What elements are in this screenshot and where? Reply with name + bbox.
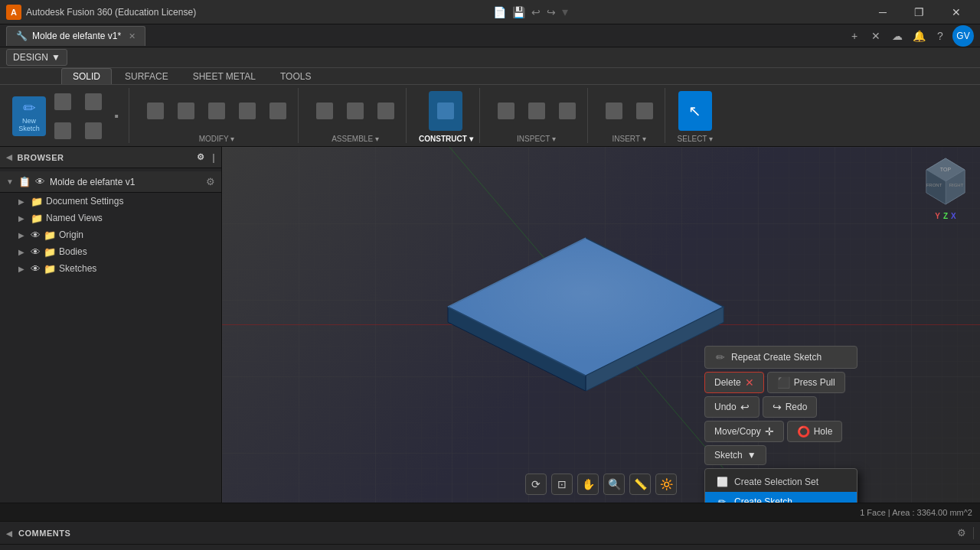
view-cube[interactable]: TOP RIGHT FRONT Y Z X — [919, 155, 972, 216]
select-group-label[interactable]: SELECT ▾ — [678, 135, 714, 143]
modify-btn-2[interactable] — [172, 97, 200, 125]
modify-btn-1[interactable] — [142, 97, 169, 125]
comments-settings-icon[interactable]: ⚙ — [953, 525, 970, 542]
info-bar: 1 Face | Area : 3364.00 mm^2 — [0, 503, 980, 521]
press-pull-button[interactable]: ⬛ Press Pull — [767, 372, 845, 393]
toolbar-area: DESIGN ▼ SOLID SURFACE SHEET METAL TOOLS… — [0, 47, 980, 147]
extrude-btn[interactable] — [49, 88, 77, 116]
pan-icon[interactable]: ✋ — [577, 474, 599, 495]
inspect-group-label[interactable]: INSPECT ▾ — [517, 135, 556, 143]
display-settings-icon[interactable]: 🔆 — [655, 474, 677, 495]
redo-quick-icon[interactable]: ↪ — [547, 6, 556, 18]
insert-group-label[interactable]: INSERT ▾ — [612, 135, 646, 143]
delete-button[interactable]: Delete ✕ — [704, 372, 764, 393]
close-button[interactable]: ✕ — [939, 0, 974, 24]
tab-main[interactable]: 🔧 Molde de elefante v1* ✕ — [6, 26, 145, 46]
doc-settings-expand-icon: ▶ — [18, 197, 28, 206]
notification-bell-icon[interactable]: 🔔 — [910, 27, 928, 45]
browser-title: BROWSER — [18, 153, 64, 162]
bodies-eye-icon[interactable]: 👁 — [31, 246, 41, 258]
modify-btn-4[interactable] — [234, 97, 261, 125]
construct-main-btn[interactable] — [429, 91, 462, 131]
undo-button[interactable]: Undo ↩ — [704, 396, 760, 418]
undo-more-icon[interactable]: ▾ — [562, 5, 568, 19]
select-main-btn[interactable]: ↖ — [678, 91, 712, 131]
tree-item-origin[interactable]: ▶ 👁 📁 Origin — [0, 226, 221, 243]
inspect-items — [492, 88, 581, 133]
modify-btn-5[interactable] — [264, 97, 292, 125]
construct-group-label[interactable]: CONSTRUCT ▾ — [419, 135, 473, 143]
assemble-group-label[interactable]: ASSEMBLE ▾ — [332, 135, 379, 143]
browser-settings-icon[interactable]: ⚙ — [197, 152, 205, 162]
tab-surface[interactable]: SURFACE — [113, 68, 180, 84]
insert-btn-1[interactable] — [600, 97, 628, 125]
select-items: ↖ — [678, 88, 712, 133]
user-avatar[interactable]: GV — [952, 25, 974, 47]
redo-button[interactable]: ↪ Redo — [763, 396, 818, 418]
assemble-btn-1[interactable] — [311, 97, 338, 125]
minimize-button[interactable]: ─ — [865, 0, 900, 24]
tree-root-expand-icon[interactable]: ▼ — [6, 177, 14, 186]
tree-item-named-views[interactable]: ▶ 📁 Named Views — [0, 210, 221, 226]
viewport[interactable]: ✏ Repeat Create Sketch Delete ✕ ⬛ Press … — [222, 147, 980, 503]
tab-solid[interactable]: SOLID — [61, 68, 112, 84]
inspect-btn-3[interactable] — [554, 97, 581, 125]
ribbon: ✏ NewSketch — [0, 85, 980, 146]
ribbon-group-insert: INSERT ▾ — [594, 88, 665, 143]
3d-shape — [433, 223, 739, 393]
comments-arrow-icon: ◀ — [6, 529, 13, 538]
origin-eye-icon[interactable]: 👁 — [31, 229, 41, 241]
new-file-icon[interactable]: 📄 — [493, 6, 506, 18]
undo-quick-icon[interactable]: ↩ — [531, 6, 541, 18]
loft-icon — [85, 122, 102, 139]
move-copy-button[interactable]: Move/Copy ✛ — [704, 421, 784, 442]
orbit-icon[interactable]: ⟳ — [525, 474, 547, 495]
browser-pin-icon[interactable]: | — [212, 152, 215, 163]
hole-button[interactable]: ⭕ Hole — [787, 421, 843, 442]
new-tab-button[interactable]: + — [845, 27, 864, 45]
insert-btn-2[interactable] — [631, 97, 658, 125]
modify-btn-3[interactable] — [203, 97, 230, 125]
sweep-btn[interactable] — [80, 88, 107, 116]
tree-item-sketches[interactable]: ▶ 👁 📁 Sketches — [0, 260, 221, 277]
ctx-row-2: Undo ↩ ↪ Redo — [704, 396, 858, 418]
tab-label: Molde de elefante v1* — [32, 31, 121, 41]
create-more-btn[interactable]: ▪ — [110, 103, 122, 130]
tab-close-icon[interactable]: ✕ — [129, 31, 136, 41]
assemble-btn-2[interactable] — [341, 97, 369, 125]
repeat-create-sketch-button[interactable]: ✏ Repeat Create Sketch — [704, 346, 858, 369]
tab-tools[interactable]: TOOLS — [269, 68, 322, 84]
save-icon[interactable]: 💾 — [512, 6, 525, 18]
tree-item-bodies[interactable]: ▶ 👁 📁 Bodies — [0, 243, 221, 260]
restore-button[interactable]: ❐ — [902, 0, 937, 24]
zoom-icon[interactable]: 🔍 — [603, 474, 625, 495]
sketches-eye-icon[interactable]: 👁 — [31, 263, 41, 275]
design-bar: DESIGN ▼ — [0, 47, 980, 68]
loft-btn[interactable] — [80, 117, 107, 145]
sketch-dropdown[interactable]: Sketch ▼ — [704, 445, 766, 465]
inspect-btn-1[interactable] — [492, 97, 520, 125]
tab-sheet-metal[interactable]: SHEET METAL — [181, 68, 267, 84]
ribbon-group-create: ✏ NewSketch — [6, 88, 129, 143]
undo-label: Undo — [714, 402, 737, 412]
menu-item-create-sketch[interactable]: ✏ Create Sketch — [705, 492, 857, 503]
inspect-btn-2[interactable] — [523, 97, 550, 125]
fit-all-icon[interactable]: ⊡ — [551, 474, 573, 495]
measure-icon[interactable]: 📏 — [629, 474, 651, 495]
sketches-label: Sketches — [59, 263, 215, 274]
tree-root-settings-icon[interactable]: ⚙ — [206, 176, 215, 187]
create-sketch-btn[interactable]: ✏ NewSketch — [12, 96, 46, 136]
assemble-btn-3[interactable] — [372, 97, 400, 125]
ribbon-group-construct: CONSTRUCT ▾ — [413, 88, 480, 143]
revolve-btn[interactable] — [49, 117, 77, 145]
design-selector[interactable]: DESIGN ▼ — [6, 49, 67, 66]
tree-root-eye-icon[interactable]: 👁 — [35, 176, 45, 187]
named-views-label: Named Views — [46, 213, 215, 223]
help-icon[interactable]: ? — [931, 27, 949, 45]
modify-group-label[interactable]: MODIFY ▾ — [199, 135, 234, 143]
tree-item-doc-settings[interactable]: ▶ 📁 Document Settings — [0, 193, 221, 210]
cloud-sync-icon[interactable]: ☁ — [888, 27, 906, 45]
menu-item-create-selection-set[interactable]: ⬜ Create Selection Set — [705, 472, 857, 492]
browser-header[interactable]: ◀ BROWSER ⚙ | — [0, 147, 221, 168]
tab-close-all-button[interactable]: ✕ — [867, 27, 885, 45]
